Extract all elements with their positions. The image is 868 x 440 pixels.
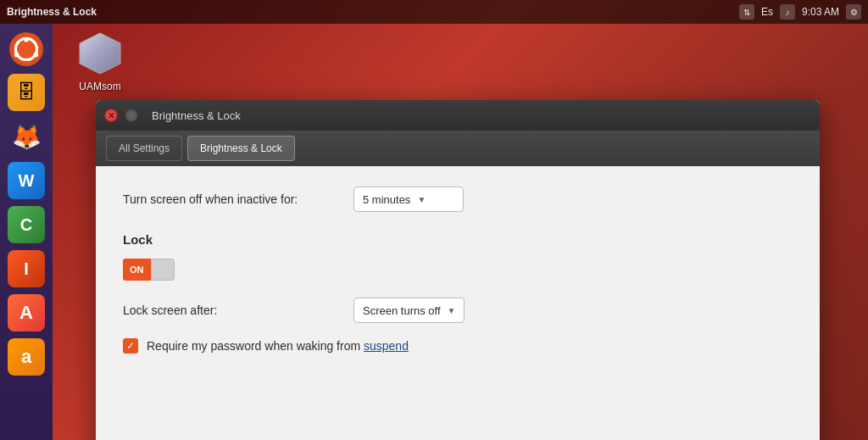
transfer-icon[interactable]: ⇅ [739, 4, 754, 19]
screen-off-label: Turn screen off when inactive for: [123, 192, 343, 206]
toggle-off-part [151, 259, 175, 281]
lock-toggle-container: ON [123, 259, 793, 281]
screen-off-row: Turn screen off when inactive for: 5 min… [123, 187, 793, 212]
lock-screen-after-label: Lock screen after: [123, 304, 343, 317]
volume-icon[interactable]: ♪ [780, 4, 795, 19]
lock-section-title: Lock [123, 232, 793, 247]
sidebar-item-ubuntu[interactable] [6, 29, 47, 70]
uamsom-label: UAMsom [79, 81, 120, 92]
settings-icon[interactable]: ⚙ [846, 4, 861, 19]
calc-icon: C [8, 206, 45, 243]
lock-toggle[interactable]: ON [123, 259, 175, 281]
suspend-link[interactable]: suspend [364, 339, 409, 353]
appstore-icon: A [8, 294, 45, 331]
window-toolbar: All Settings Brightness & Lock [96, 131, 820, 166]
lock-screen-after-row: Lock screen after: Screen turns off ▼ [123, 298, 793, 323]
sidebar-item-files[interactable]: 🗄 [6, 73, 47, 114]
ubuntu-icon [9, 32, 43, 66]
uamsom-icon-graphic [76, 30, 124, 77]
window-content: Turn screen off when inactive for: 5 min… [96, 166, 820, 440]
screen-off-value: 5 minutes [363, 193, 410, 206]
sidebar-item-firefox[interactable]: 🦊 [6, 117, 47, 158]
clock: 9:03 AM [802, 6, 839, 18]
require-password-label: Require my password when waking from sus… [147, 339, 409, 353]
lock-screen-after-dropdown[interactable]: Screen turns off ▼ [353, 298, 465, 323]
window-title-bar: Brightness & Lock [7, 6, 97, 18]
keyboard-indicator[interactable]: Es [761, 6, 773, 18]
window-close-button[interactable]: ✕ [104, 109, 118, 122]
tab-all-settings[interactable]: All Settings [106, 136, 182, 161]
tab-brightness-lock[interactable]: Brightness & Lock [187, 136, 295, 161]
top-bar: Brightness & Lock ⇅ Es ♪ 9:03 AM ⚙ [0, 0, 868, 24]
sidebar-item-impress[interactable]: I [6, 249, 47, 290]
files-icon: 🗄 [8, 74, 45, 111]
sidebar-item-amazon[interactable]: a [6, 337, 47, 378]
svg-point-1 [24, 37, 29, 42]
firefox-icon: 🦊 [8, 118, 45, 155]
impress-icon: I [8, 250, 45, 287]
require-password-row: ✓ Require my password when waking from s… [123, 338, 793, 354]
screen-off-dropdown[interactable]: 5 minutes ▼ [353, 187, 464, 212]
sidebar: 🗄 🦊 W C I A a [0, 24, 53, 440]
system-tray: ⇅ Es ♪ 9:03 AM ⚙ [739, 4, 861, 19]
amazon-icon: a [8, 338, 45, 376]
sidebar-item-writer[interactable]: W [6, 161, 47, 202]
lock-screen-after-arrow-icon: ▼ [448, 306, 456, 315]
window-title: Brightness & Lock [152, 109, 241, 122]
window-minimize-button[interactable] [125, 109, 138, 122]
svg-marker-4 [80, 33, 120, 74]
lock-screen-after-value: Screen turns off [363, 304, 441, 317]
require-password-checkbox[interactable]: ✓ [123, 338, 138, 354]
screen-off-arrow-icon: ▼ [417, 195, 426, 204]
sidebar-item-calc[interactable]: C [6, 205, 47, 246]
toggle-on-label: ON [123, 259, 151, 281]
uamsom-desktop-icon[interactable]: UAMsom [76, 30, 124, 92]
sidebar-item-appstore[interactable]: A [6, 293, 47, 334]
writer-icon: W [8, 162, 45, 199]
brightness-lock-window: ✕ Brightness & Lock All Settings Brightn… [96, 100, 820, 440]
window-titlebar: ✕ Brightness & Lock [96, 100, 820, 131]
